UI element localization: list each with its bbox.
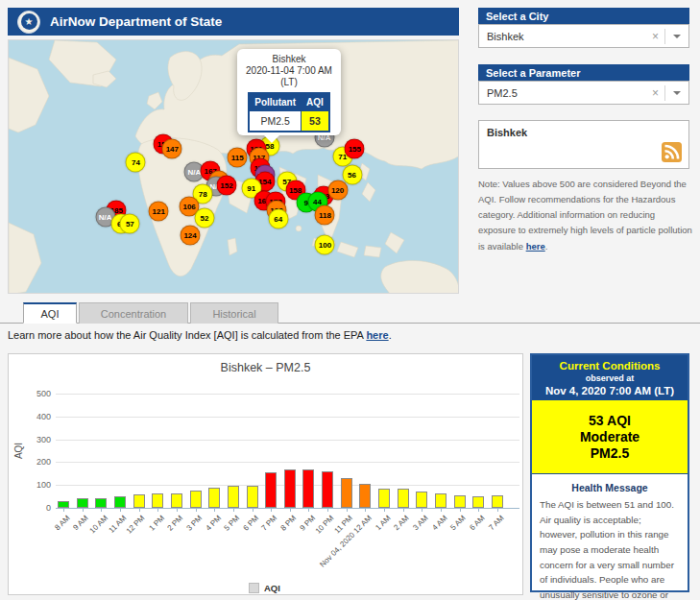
- aqi-pollutant-line: PM2.5: [532, 445, 688, 462]
- parameter-dropdown-toggle[interactable]: [664, 85, 688, 101]
- note-before: Note: Values above 500 are considered Be…: [478, 179, 692, 252]
- aqi-bar[interactable]: [58, 501, 69, 508]
- chart-gridline: [56, 508, 519, 509]
- state-department-seal-icon: ★: [17, 11, 40, 34]
- map-aqi-marker[interactable]: 56: [342, 164, 362, 184]
- parameter-clear-icon[interactable]: ×: [646, 86, 664, 100]
- chart-x-label: 1 AM: [374, 514, 392, 532]
- aqi-bar[interactable]: [492, 495, 503, 508]
- aqi-bar[interactable]: [284, 469, 296, 508]
- aqi-bar[interactable]: [114, 496, 126, 508]
- popup-aqi-table: Pollutant AQI PM2.5 53: [248, 92, 330, 132]
- app-header: ★ AirNow Department of State: [8, 8, 459, 36]
- chart-x-label: 7 PM: [260, 514, 279, 533]
- chart-x-tick: [327, 508, 328, 512]
- aqi-bar[interactable]: [472, 496, 484, 508]
- chart-x-label: 8 AM: [53, 514, 71, 532]
- chart-x-tick: [347, 508, 348, 512]
- tab-historical[interactable]: Historical: [190, 302, 278, 324]
- popup-col-aqi: AQI: [302, 93, 329, 111]
- map-aqi-marker[interactable]: 121: [149, 201, 169, 221]
- map-aqi-marker[interactable]: 115: [228, 148, 248, 168]
- chart-x-label: 6 PM: [241, 514, 260, 533]
- chart-x-tick: [497, 508, 498, 512]
- parameter-combobox[interactable]: PM2.5 ×: [478, 81, 689, 105]
- chart-x-tick: [308, 508, 309, 512]
- aqi-bar[interactable]: [171, 493, 182, 508]
- map-aqi-marker[interactable]: 152: [216, 175, 236, 195]
- chart-x-tick: [177, 508, 178, 512]
- world-aqi-map[interactable]: 74157147N/A167150N/A15211578185N/A655712…: [8, 39, 459, 294]
- select-parameter-header: Select a Parameter: [478, 64, 689, 81]
- map-aqi-marker[interactable]: 52: [195, 207, 215, 228]
- tab-aqi[interactable]: AQI: [23, 302, 77, 324]
- aqi-bar[interactable]: [133, 494, 145, 508]
- aqi-bar[interactable]: [95, 498, 107, 508]
- chart-x-label: 5 PM: [223, 514, 242, 533]
- observed-at-label: observed at: [532, 373, 688, 383]
- current-conditions-title: Current Conditions: [532, 360, 688, 372]
- chart-x-label: 2 PM: [166, 514, 185, 533]
- aqi-bar[interactable]: [416, 492, 427, 508]
- tab-concentration[interactable]: Concentration: [79, 302, 188, 324]
- select-city-header: Select a City: [478, 8, 689, 24]
- map-aqi-marker[interactable]: 120: [327, 180, 348, 200]
- aqi-summary-box: 53 AQI Moderate PM2.5: [532, 400, 688, 474]
- rss-feed-icon[interactable]: [662, 142, 682, 162]
- popup-datetime: 2020-11-04 7:00 AM: [237, 65, 341, 77]
- chart-x-tick: [478, 508, 479, 512]
- map-aqi-marker[interactable]: 118: [315, 204, 335, 225]
- chart-x-label: 11 AM: [107, 514, 128, 535]
- chart-x-tick: [271, 508, 272, 512]
- map-aqi-marker[interactable]: 100: [315, 234, 335, 254]
- chart-x-label: 6 AM: [468, 514, 486, 532]
- chart-x-label: 1 PM: [147, 514, 166, 533]
- map-aqi-marker[interactable]: 74: [126, 153, 146, 173]
- chart-x-tick: [384, 508, 385, 512]
- chart-x-label: 4 AM: [430, 514, 448, 532]
- aqi-bar[interactable]: [435, 493, 447, 508]
- aqi-bar[interactable]: [247, 486, 258, 508]
- note-here-link[interactable]: here: [526, 241, 545, 252]
- aqi-bar[interactable]: [265, 472, 277, 508]
- aqi-bar[interactable]: [398, 489, 409, 508]
- chart-y-tick: 200: [22, 457, 51, 467]
- beyond-aqi-note: Note: Values above 500 are considered Be…: [478, 177, 693, 254]
- aqi-bar[interactable]: [190, 491, 202, 508]
- chart-x-tick: [63, 508, 64, 512]
- chart-gridline: [56, 417, 519, 418]
- aqi-bar[interactable]: [302, 469, 314, 508]
- chart-x-label: 12 PM: [125, 514, 147, 536]
- city-feed-box: Bishkek: [478, 120, 689, 169]
- chart-y-tick: 100: [22, 480, 51, 490]
- aqi-bar[interactable]: [228, 486, 239, 508]
- city-combobox[interactable]: Bishkek ×: [478, 24, 689, 48]
- aqi-bar[interactable]: [341, 478, 352, 508]
- aqi-bar[interactable]: [152, 493, 163, 508]
- aqi-bar[interactable]: [322, 471, 333, 508]
- city-dropdown-toggle[interactable]: [664, 29, 688, 44]
- chart-title: Bishkek – PM2.5: [9, 361, 522, 374]
- aqi-bar[interactable]: [378, 489, 390, 508]
- aqi-bar[interactable]: [208, 488, 220, 508]
- city-clear-icon[interactable]: ×: [646, 30, 664, 43]
- map-aqi-marker[interactable]: 124: [181, 225, 201, 245]
- aqi-bar[interactable]: [77, 498, 88, 508]
- app-title: AirNow Department of State: [50, 14, 222, 29]
- aqi-bar[interactable]: [359, 484, 371, 508]
- popup-aqi-value: 53: [302, 111, 329, 132]
- map-aqi-marker[interactable]: 64: [268, 209, 288, 229]
- chart-x-tick: [139, 508, 140, 512]
- feed-city-label: Bishkek: [487, 127, 527, 138]
- aqi-bar[interactable]: [454, 495, 466, 508]
- popup-timezone: (LT): [237, 77, 341, 88]
- map-aqi-marker[interactable]: 155: [345, 139, 365, 159]
- epa-aqi-link[interactable]: here: [366, 329, 388, 341]
- map-aqi-marker[interactable]: 147: [162, 139, 182, 159]
- chart-x-label: 3 AM: [411, 514, 429, 532]
- chevron-down-icon: [673, 91, 681, 99]
- chart-x-tick: [290, 508, 291, 512]
- current-conditions-panel: Current Conditions observed at Nov 4, 20…: [530, 353, 689, 592]
- chart-x-tick: [157, 508, 158, 512]
- map-aqi-marker[interactable]: 57: [120, 214, 140, 234]
